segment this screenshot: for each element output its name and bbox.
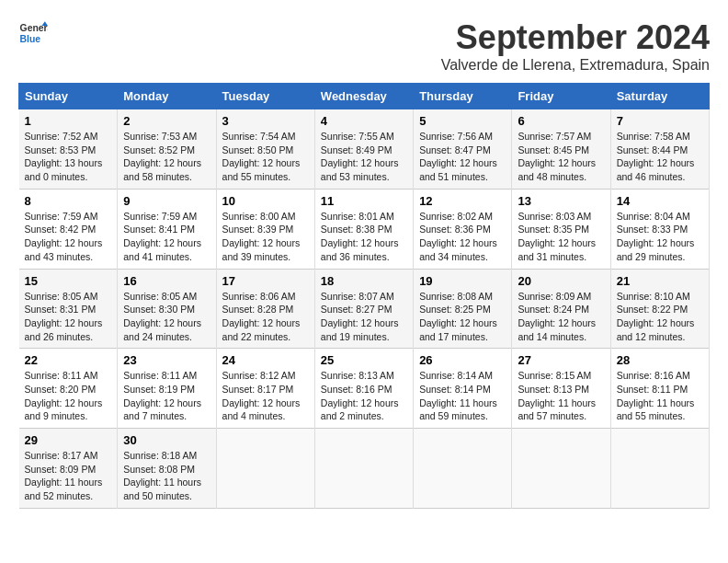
- day-info: Sunrise: 8:00 AM Sunset: 8:39 PM Dayligh…: [222, 210, 309, 264]
- calendar-day-cell: 20Sunrise: 8:09 AM Sunset: 8:24 PM Dayli…: [512, 269, 610, 349]
- calendar-day-cell: 23Sunrise: 8:11 AM Sunset: 8:19 PM Dayli…: [118, 349, 216, 429]
- day-number: 7: [617, 114, 703, 128]
- logo: General Blue: [18, 18, 48, 48]
- calendar-week-row: 1Sunrise: 7:52 AM Sunset: 8:53 PM Daylig…: [19, 109, 710, 190]
- day-info: Sunrise: 8:11 AM Sunset: 8:19 PM Dayligh…: [123, 369, 210, 423]
- location-subtitle: Valverde de Llerena, Extremadura, Spain: [441, 57, 710, 74]
- calendar-table: SundayMondayTuesdayWednesdayThursdayFrid…: [18, 83, 710, 509]
- day-number: 15: [25, 274, 112, 288]
- calendar-day-cell: 12Sunrise: 8:02 AM Sunset: 8:36 PM Dayli…: [414, 189, 512, 269]
- day-info: Sunrise: 7:53 AM Sunset: 8:52 PM Dayligh…: [123, 130, 210, 184]
- weekday-header-row: SundayMondayTuesdayWednesdayThursdayFrid…: [19, 84, 710, 109]
- weekday-header: Friday: [512, 84, 610, 109]
- day-info: Sunrise: 7:54 AM Sunset: 8:50 PM Dayligh…: [222, 130, 309, 184]
- day-info: Sunrise: 7:52 AM Sunset: 8:53 PM Dayligh…: [25, 130, 112, 184]
- calendar-day-cell: 3Sunrise: 7:54 AM Sunset: 8:50 PM Daylig…: [216, 109, 314, 190]
- calendar-day-cell: 1Sunrise: 7:52 AM Sunset: 8:53 PM Daylig…: [19, 109, 118, 190]
- day-info: Sunrise: 7:57 AM Sunset: 8:45 PM Dayligh…: [518, 130, 604, 184]
- day-number: 24: [222, 353, 309, 367]
- weekday-header: Sunday: [19, 84, 118, 109]
- weekday-header: Saturday: [610, 84, 709, 109]
- calendar-day-cell: 22Sunrise: 8:11 AM Sunset: 8:20 PM Dayli…: [19, 349, 118, 429]
- day-number: 8: [25, 194, 112, 208]
- day-info: Sunrise: 8:02 AM Sunset: 8:36 PM Dayligh…: [419, 210, 506, 264]
- day-info: Sunrise: 8:05 AM Sunset: 8:30 PM Dayligh…: [123, 290, 210, 344]
- calendar-day-cell: [610, 429, 709, 509]
- day-number: 28: [617, 353, 703, 367]
- day-number: 10: [222, 194, 309, 208]
- calendar-day-cell: [512, 429, 610, 509]
- day-number: 30: [123, 433, 210, 447]
- calendar-week-row: 8Sunrise: 7:59 AM Sunset: 8:42 PM Daylig…: [19, 189, 710, 269]
- weekday-header: Wednesday: [314, 84, 413, 109]
- day-number: 22: [25, 353, 112, 367]
- calendar-week-row: 29Sunrise: 8:17 AM Sunset: 8:09 PM Dayli…: [19, 429, 710, 509]
- day-info: Sunrise: 7:56 AM Sunset: 8:47 PM Dayligh…: [419, 130, 506, 184]
- calendar-day-cell: 2Sunrise: 7:53 AM Sunset: 8:52 PM Daylig…: [118, 109, 216, 190]
- calendar-day-cell: 14Sunrise: 8:04 AM Sunset: 8:33 PM Dayli…: [610, 189, 709, 269]
- day-info: Sunrise: 8:10 AM Sunset: 8:22 PM Dayligh…: [617, 290, 703, 344]
- calendar-day-cell: 8Sunrise: 7:59 AM Sunset: 8:42 PM Daylig…: [19, 189, 118, 269]
- day-number: 18: [321, 274, 407, 288]
- day-info: Sunrise: 8:12 AM Sunset: 8:17 PM Dayligh…: [222, 369, 309, 423]
- day-info: Sunrise: 7:55 AM Sunset: 8:49 PM Dayligh…: [321, 130, 407, 184]
- day-number: 5: [419, 114, 506, 128]
- calendar-day-cell: 28Sunrise: 8:16 AM Sunset: 8:11 PM Dayli…: [610, 349, 709, 429]
- day-number: 6: [518, 114, 604, 128]
- calendar-day-cell: 29Sunrise: 8:17 AM Sunset: 8:09 PM Dayli…: [19, 429, 118, 509]
- calendar-day-cell: 11Sunrise: 8:01 AM Sunset: 8:38 PM Dayli…: [314, 189, 413, 269]
- day-number: 4: [321, 114, 407, 128]
- weekday-header: Tuesday: [216, 84, 314, 109]
- logo-icon: General Blue: [18, 18, 48, 48]
- calendar-day-cell: 27Sunrise: 8:15 AM Sunset: 8:13 PM Dayli…: [512, 349, 610, 429]
- calendar-day-cell: 10Sunrise: 8:00 AM Sunset: 8:39 PM Dayli…: [216, 189, 314, 269]
- weekday-header: Monday: [118, 84, 216, 109]
- day-number: 21: [617, 274, 703, 288]
- calendar-day-cell: 15Sunrise: 8:05 AM Sunset: 8:31 PM Dayli…: [19, 269, 118, 349]
- day-number: 17: [222, 274, 309, 288]
- day-number: 14: [617, 194, 703, 208]
- day-number: 25: [321, 353, 407, 367]
- header: General Blue September 2024 Valverde de …: [18, 18, 710, 74]
- calendar-day-cell: 5Sunrise: 7:56 AM Sunset: 8:47 PM Daylig…: [414, 109, 512, 190]
- calendar-day-cell: 21Sunrise: 8:10 AM Sunset: 8:22 PM Dayli…: [610, 269, 709, 349]
- day-number: 12: [419, 194, 506, 208]
- calendar-day-cell: 26Sunrise: 8:14 AM Sunset: 8:14 PM Dayli…: [414, 349, 512, 429]
- calendar-day-cell: [216, 429, 314, 509]
- day-info: Sunrise: 8:18 AM Sunset: 8:08 PM Dayligh…: [123, 449, 210, 503]
- day-number: 3: [222, 114, 309, 128]
- day-info: Sunrise: 8:06 AM Sunset: 8:28 PM Dayligh…: [222, 290, 309, 344]
- title-area: September 2024 Valverde de Llerena, Extr…: [441, 18, 710, 74]
- calendar-day-cell: 17Sunrise: 8:06 AM Sunset: 8:28 PM Dayli…: [216, 269, 314, 349]
- day-number: 29: [25, 433, 112, 447]
- day-number: 20: [518, 274, 604, 288]
- day-info: Sunrise: 8:15 AM Sunset: 8:13 PM Dayligh…: [518, 369, 604, 423]
- day-info: Sunrise: 8:09 AM Sunset: 8:24 PM Dayligh…: [518, 290, 604, 344]
- day-number: 23: [123, 353, 210, 367]
- calendar-day-cell: 25Sunrise: 8:13 AM Sunset: 8:16 PM Dayli…: [314, 349, 413, 429]
- calendar-day-cell: 24Sunrise: 8:12 AM Sunset: 8:17 PM Dayli…: [216, 349, 314, 429]
- day-info: Sunrise: 8:13 AM Sunset: 8:16 PM Dayligh…: [321, 369, 407, 423]
- calendar-day-cell: 9Sunrise: 7:59 AM Sunset: 8:41 PM Daylig…: [118, 189, 216, 269]
- calendar-day-cell: 19Sunrise: 8:08 AM Sunset: 8:25 PM Dayli…: [414, 269, 512, 349]
- calendar-day-cell: 6Sunrise: 7:57 AM Sunset: 8:45 PM Daylig…: [512, 109, 610, 190]
- calendar-day-cell: 13Sunrise: 8:03 AM Sunset: 8:35 PM Dayli…: [512, 189, 610, 269]
- day-number: 26: [419, 353, 506, 367]
- day-info: Sunrise: 8:01 AM Sunset: 8:38 PM Dayligh…: [321, 210, 407, 264]
- calendar-day-cell: 16Sunrise: 8:05 AM Sunset: 8:30 PM Dayli…: [118, 269, 216, 349]
- day-info: Sunrise: 7:59 AM Sunset: 8:41 PM Dayligh…: [123, 210, 210, 264]
- day-number: 2: [123, 114, 210, 128]
- day-info: Sunrise: 8:14 AM Sunset: 8:14 PM Dayligh…: [419, 369, 506, 423]
- day-number: 13: [518, 194, 604, 208]
- calendar-week-row: 22Sunrise: 8:11 AM Sunset: 8:20 PM Dayli…: [19, 349, 710, 429]
- day-info: Sunrise: 8:17 AM Sunset: 8:09 PM Dayligh…: [25, 449, 112, 503]
- day-number: 1: [25, 114, 112, 128]
- calendar-day-cell: 4Sunrise: 7:55 AM Sunset: 8:49 PM Daylig…: [314, 109, 413, 190]
- month-year-title: September 2024: [441, 18, 710, 57]
- calendar-day-cell: [414, 429, 512, 509]
- weekday-header: Thursday: [414, 84, 512, 109]
- day-info: Sunrise: 8:08 AM Sunset: 8:25 PM Dayligh…: [419, 290, 506, 344]
- day-info: Sunrise: 8:11 AM Sunset: 8:20 PM Dayligh…: [25, 369, 112, 423]
- calendar-day-cell: 30Sunrise: 8:18 AM Sunset: 8:08 PM Dayli…: [118, 429, 216, 509]
- day-number: 27: [518, 353, 604, 367]
